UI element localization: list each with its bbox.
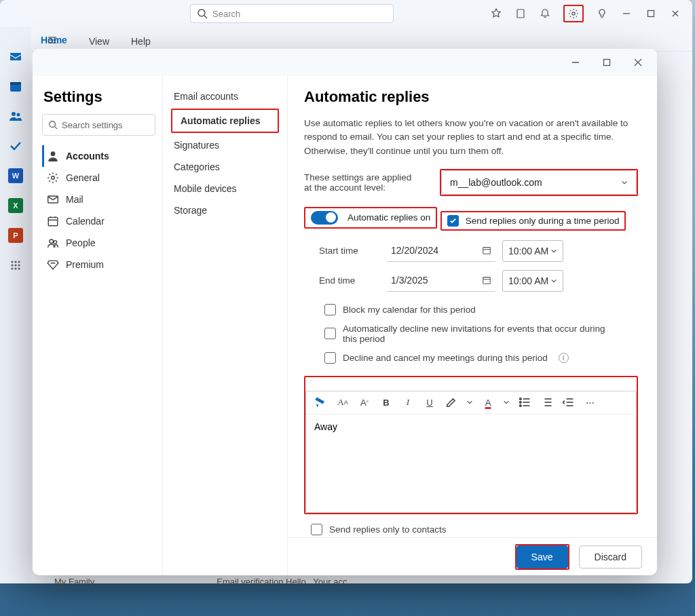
calendar-icon xyxy=(47,215,59,227)
cat-people[interactable]: People xyxy=(42,232,155,254)
chevron-down-icon xyxy=(621,179,628,186)
mail-icon xyxy=(47,193,59,206)
app-todo-icon[interactable] xyxy=(8,138,23,153)
editor-toolbar: AA A° B I U A ⋯ xyxy=(306,391,636,415)
svg-line-1 xyxy=(204,16,207,18)
account-value: m__lab@outlook.com xyxy=(450,177,542,188)
svg-point-16 xyxy=(14,261,16,263)
sub-storage[interactable]: Storage xyxy=(166,199,284,221)
time-period-checkbox[interactable] xyxy=(447,215,459,227)
contacts-only-label: Send replies only to contacts xyxy=(329,524,447,535)
app-word-icon[interactable]: W xyxy=(8,168,23,183)
svg-point-47 xyxy=(520,405,522,407)
sub-categories[interactable]: Categories xyxy=(166,156,284,178)
cat-mail[interactable]: Mail xyxy=(42,189,155,210)
svg-point-21 xyxy=(11,267,13,269)
svg-point-37 xyxy=(50,239,54,244)
cat-label: Premium xyxy=(66,259,104,270)
sub-email-accounts[interactable]: Email accounts xyxy=(166,85,284,107)
start-date-input[interactable]: 12/20/2024 xyxy=(387,240,495,262)
highlight-button[interactable] xyxy=(445,396,458,409)
settings-icon-highlighted[interactable] xyxy=(563,5,584,22)
cat-accounts[interactable]: Accounts xyxy=(42,145,155,167)
number-list-button[interactable] xyxy=(540,396,553,409)
window-close-icon[interactable] xyxy=(669,7,681,20)
cat-premium[interactable]: Premium xyxy=(42,254,155,275)
hamburger-icon[interactable] xyxy=(46,34,58,46)
auto-replies-toggle[interactable] xyxy=(311,211,338,225)
account-level-label: These settings are applied at the accoun… xyxy=(304,172,419,193)
svg-point-23 xyxy=(18,267,20,269)
tab-view[interactable]: View xyxy=(86,32,112,51)
block-calendar-checkbox[interactable] xyxy=(324,304,336,315)
ribbon-tabs: Home View Help xyxy=(0,27,692,52)
app-more-icon[interactable] xyxy=(8,258,23,273)
more-format-button[interactable]: ⋯ xyxy=(583,396,597,409)
start-time-select[interactable]: 10:00 AM xyxy=(502,240,563,262)
sub-mobile-devices[interactable]: Mobile devices xyxy=(166,178,284,199)
gear-icon xyxy=(567,7,580,20)
start-time-value: 10:00 AM xyxy=(508,246,548,256)
end-date-value: 1/3/2025 xyxy=(391,275,428,286)
font-color-button[interactable]: A xyxy=(481,396,495,409)
cancel-meetings-label: Decline and cancel my meetings during th… xyxy=(343,353,548,363)
discard-button[interactable]: Discard xyxy=(579,545,642,569)
sub-automatic-replies[interactable]: Automatic replies xyxy=(172,110,278,132)
page-title: Automatic replies xyxy=(304,88,638,106)
svg-point-3 xyxy=(572,12,575,15)
people-icon xyxy=(47,237,59,249)
end-time-select[interactable]: 10:00 AM xyxy=(502,270,563,292)
cancel-meetings-checkbox[interactable] xyxy=(324,352,336,364)
dialog-maximize-button[interactable] xyxy=(595,52,619,73)
tab-help[interactable]: Help xyxy=(128,32,153,51)
chevron-down-icon[interactable] xyxy=(466,399,473,406)
dialog-minimize-button[interactable] xyxy=(563,52,588,73)
search-settings-input[interactable]: Search settings xyxy=(42,114,155,136)
settings-dialog: Settings Search settings Accounts Genera… xyxy=(33,49,657,575)
search-settings-placeholder: Search settings xyxy=(62,120,123,130)
search-placeholder: Search xyxy=(212,9,240,19)
end-date-input[interactable]: 1/3/2025 xyxy=(387,270,495,292)
window-minimize-icon[interactable] xyxy=(620,7,633,20)
premium-icon[interactable] xyxy=(490,7,502,20)
bold-button[interactable]: B xyxy=(379,396,393,409)
underline-button[interactable]: U xyxy=(423,396,436,409)
cat-calendar[interactable]: Calendar xyxy=(42,210,155,232)
toggle-label: Automatic replies on xyxy=(348,212,430,223)
notifications-icon[interactable] xyxy=(539,7,551,20)
app-mail-icon[interactable] xyxy=(8,49,23,64)
chevron-down-icon[interactable] xyxy=(503,399,510,406)
cat-label: Accounts xyxy=(66,151,109,161)
outdent-button[interactable] xyxy=(561,396,575,409)
italic-button[interactable]: I xyxy=(401,396,415,409)
info-icon[interactable]: i xyxy=(559,353,569,363)
sub-signatures[interactable]: Signatures xyxy=(166,134,284,156)
svg-rect-25 xyxy=(604,60,610,66)
contacts-only-checkbox[interactable] xyxy=(311,524,322,535)
calendar-icon xyxy=(482,246,491,255)
decline-invitations-checkbox[interactable] xyxy=(324,328,336,339)
format-painter-icon[interactable] xyxy=(314,396,328,409)
tips-icon[interactable] xyxy=(596,7,608,20)
font-size-button[interactable]: A° xyxy=(358,396,371,409)
account-select[interactable]: m__lab@outlook.com xyxy=(441,170,637,195)
cat-general[interactable]: General xyxy=(42,167,155,189)
app-excel-icon[interactable]: X xyxy=(8,198,23,213)
print-icon[interactable] xyxy=(514,7,527,20)
svg-point-13 xyxy=(12,112,16,116)
window-maximize-icon[interactable] xyxy=(645,7,657,20)
save-button[interactable]: Save xyxy=(516,545,568,569)
svg-rect-33 xyxy=(48,217,58,225)
cat-label: Mail xyxy=(66,194,83,205)
global-search[interactable]: Search xyxy=(190,4,394,23)
app-powerpoint-icon[interactable]: P xyxy=(8,228,23,243)
dialog-close-button[interactable] xyxy=(626,52,650,73)
font-family-button[interactable]: AA xyxy=(336,396,350,409)
app-people-icon[interactable] xyxy=(8,109,23,123)
message-editor: AA A° B I U A ⋯ xyxy=(305,391,637,513)
svg-point-17 xyxy=(18,261,20,263)
background-content-peek: My Family Email verification Hello , You… xyxy=(54,577,356,587)
app-calendar-icon[interactable] xyxy=(8,79,23,94)
bullet-list-button[interactable] xyxy=(518,396,531,409)
editor-body[interactable]: Away xyxy=(306,415,636,512)
